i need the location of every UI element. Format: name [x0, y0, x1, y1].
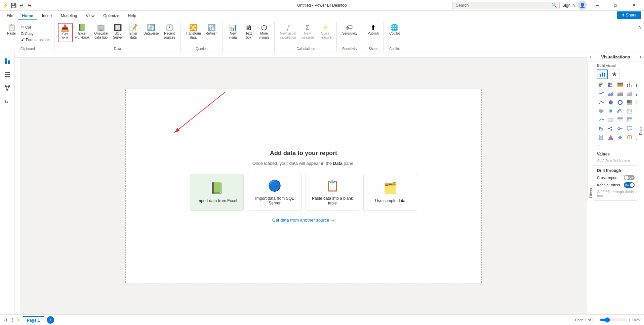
new-calculation-button[interactable]: 𝑓 New visual calculation [278, 23, 298, 41]
paste-button[interactable]: 📋 Paste [4, 23, 19, 37]
excel-workbook-button[interactable]: 📗 Excel workbook [73, 23, 92, 41]
format-visual-btn[interactable] [609, 69, 620, 79]
cut-button[interactable]: ✂ Cut [19, 24, 51, 30]
keep-filters-toggle[interactable]: On [624, 182, 635, 188]
sidebar-item-dax[interactable]: fx [1, 95, 13, 107]
viz-key-influencers[interactable] [616, 125, 625, 133]
viz-multi-row-card[interactable] [635, 107, 637, 115]
tab-home[interactable]: Home [18, 12, 37, 20]
viz-power-apps[interactable] [606, 133, 615, 141]
search-input[interactable] [452, 2, 560, 9]
refresh-button[interactable]: 🔃 Refresh [204, 23, 219, 37]
viz-nav-right[interactable]: › [640, 54, 641, 60]
onelake-button[interactable]: 🏢 OneLake data hub [92, 23, 110, 41]
zoom-slider[interactable] [600, 317, 627, 323]
viz-stacked-area[interactable] [616, 90, 625, 98]
tab-file[interactable]: File [3, 12, 17, 20]
viz-donut[interactable] [616, 98, 625, 106]
viz-nav-left[interactable]: ‹ [590, 54, 592, 60]
viz-pie[interactable] [606, 98, 615, 106]
sql-server-button[interactable]: 🔲 SQL Server [111, 23, 125, 41]
viz-decomp-tree[interactable] [606, 125, 615, 133]
viz-qa[interactable] [625, 125, 634, 133]
viz-custom2[interactable] [635, 133, 637, 141]
close-button[interactable]: ✕ [626, 0, 641, 11]
collapse-ribbon-button[interactable]: ∧ [637, 23, 643, 31]
viz-treemap[interactable] [625, 98, 634, 106]
viz-matrix[interactable] [625, 116, 634, 124]
format-painter-button[interactable]: 🖌 Format painter [19, 37, 51, 42]
more-visuals-button[interactable]: ⬡ More visuals [257, 23, 272, 41]
viz-stacked-bar[interactable] [597, 81, 606, 89]
viz-stacked-bar100[interactable] [616, 81, 625, 89]
viz-kpi[interactable] [597, 116, 606, 124]
viz-gauge[interactable] [616, 107, 625, 115]
tab-modeling[interactable]: Modeling [57, 12, 81, 20]
dataverse-button[interactable]: 🔄 Dataverse [142, 23, 161, 37]
viz-table[interactable] [616, 116, 625, 124]
copy-button[interactable]: ⧉ Copy [19, 31, 51, 36]
add-page-button[interactable]: + [47, 316, 54, 324]
get-data-link[interactable]: Get data from another source → [272, 218, 335, 223]
sidebar-item-model[interactable] [1, 82, 13, 94]
sensitivity-button[interactable]: 🏷 Sensitivity [340, 23, 359, 37]
sample-data-option[interactable]: 🗂️ Use sample data [363, 174, 417, 211]
viz-smart-narrative[interactable]: Aa [635, 125, 637, 133]
viz-custom1[interactable] [625, 133, 634, 141]
tab-help[interactable]: Help [124, 12, 140, 20]
filters-tab[interactable]: Filters [587, 61, 594, 201]
save-icon[interactable]: 💾 [11, 3, 16, 8]
viz-python[interactable]: Py [597, 125, 606, 133]
tab-insert[interactable]: Insert [38, 12, 56, 20]
page-nav-prev2[interactable]: ⟨⟨ [3, 317, 9, 323]
viz-clustered-column[interactable] [635, 81, 637, 89]
share-button[interactable]: ⬆ Share [617, 11, 641, 19]
viz-line[interactable] [597, 90, 606, 98]
viz-clustered-bar[interactable] [606, 81, 615, 89]
viz-power-automate[interactable] [616, 133, 625, 141]
page-nav-prev[interactable]: ⟨ [10, 317, 14, 323]
data-side-tab[interactable]: Data [637, 61, 644, 201]
viz-r-script[interactable]: R [635, 116, 637, 124]
get-data-button[interactable]: 📥 Get data [58, 23, 73, 42]
tab-optimize[interactable]: Optimize [99, 12, 123, 20]
zoom-in-icon[interactable]: + [628, 318, 630, 322]
user-avatar[interactable]: 👤 [577, 1, 587, 10]
page-nav-next[interactable]: ⟩ [16, 317, 20, 323]
new-measure-button[interactable]: Σ New measure [299, 23, 316, 41]
viz-card[interactable]: 123 [625, 107, 634, 115]
viz-scatter[interactable] [597, 98, 606, 106]
viz-more[interactable]: ... [597, 143, 635, 147]
text-box-button[interactable]: 🖹 Text box [241, 23, 256, 41]
sidebar-item-table[interactable] [1, 68, 13, 81]
transform-data-button[interactable]: 🔀 Transform data [184, 23, 203, 41]
viz-filled-map[interactable] [597, 107, 606, 115]
undo-icon[interactable]: ↩ [19, 3, 24, 8]
viz-map[interactable] [635, 98, 637, 106]
page-tab-1[interactable]: Page 1 [23, 316, 44, 324]
sign-in-button[interactable]: Sign in [562, 3, 575, 8]
paste-table-option[interactable]: 📋 Paste data into a blank table [306, 174, 359, 211]
new-visual-button[interactable]: 📊 New visual [226, 23, 241, 41]
viz-waterfall[interactable] [635, 90, 637, 98]
viz-slicer[interactable] [606, 116, 615, 124]
import-sql-option[interactable]: 🔵 Import data from SQL Server [248, 174, 301, 211]
quick-measure-button[interactable]: ⚡ Quick measure [317, 23, 334, 41]
publish-button[interactable]: ⬆ Publish [366, 23, 381, 37]
viz-azure-map[interactable] [606, 107, 615, 115]
viz-paginated-report[interactable] [597, 133, 606, 141]
import-excel-option[interactable]: 📗 Import data from Excel [190, 174, 244, 211]
cross-report-toggle[interactable]: Off [624, 175, 635, 180]
build-visual-btn[interactable] [597, 69, 608, 79]
minimize-button[interactable]: ─ [590, 0, 605, 11]
viz-column[interactable] [625, 81, 634, 89]
zoom-out-icon[interactable]: − [597, 318, 599, 322]
recent-sources-button[interactable]: 🕐 Recent sources [162, 23, 177, 41]
copilot-button[interactable]: 🌐 Copilot [387, 23, 402, 37]
enter-data-button[interactable]: 📝 Enter data [126, 23, 141, 41]
maximize-button[interactable]: □ [608, 0, 623, 11]
tab-view[interactable]: View [82, 12, 98, 20]
viz-area[interactable] [606, 90, 615, 98]
redo-icon[interactable]: ↪ [27, 3, 32, 8]
viz-ribbon[interactable] [625, 90, 634, 98]
